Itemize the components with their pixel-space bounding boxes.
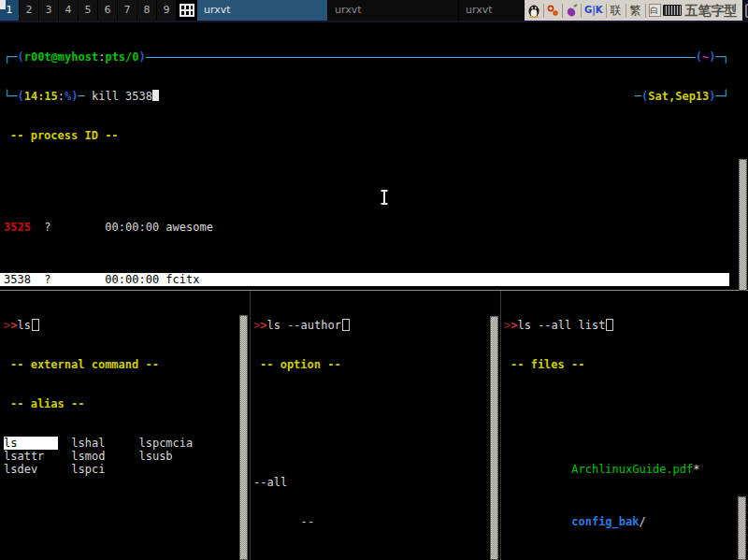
tray-window-icon[interactable]	[742, 0, 748, 21]
paren: )	[709, 50, 715, 64]
process-tty: ?	[44, 221, 105, 234]
completion-item: lspcmcia	[138, 437, 206, 450]
pane-prompt: >>ls --author	[253, 319, 492, 332]
prompt-line-2: └─(14:15:%)─ kill 3538─(Sat,Sep13)─┘	[4, 90, 729, 103]
workspace-tag-label: 3	[46, 4, 52, 16]
tasklist-entry[interactable]: urxvt	[197, 0, 328, 21]
workspace-tag[interactable]: 4	[59, 0, 79, 21]
paren: (	[17, 90, 23, 103]
file-name: config_bak	[571, 515, 639, 528]
system-tray: G|K 联 繁 白 五笔字型	[525, 0, 742, 21]
text-cursor-hollow	[606, 319, 613, 331]
paren: (	[17, 50, 23, 64]
section-header: -- alias --	[4, 397, 243, 410]
workspace-tag-label: 4	[65, 4, 72, 16]
cwd-path: ~	[702, 50, 709, 64]
tasklist-entry[interactable]: urxvt	[459, 0, 525, 21]
section-header: -- files --	[504, 358, 740, 371]
halfwidth-badge[interactable]: 白	[649, 4, 661, 17]
colon: :	[98, 50, 105, 64]
process-time: 00:00:00	[105, 273, 165, 286]
prompt-corner: ─┘	[716, 90, 729, 103]
tasklist-entry[interactable]: urxvt	[328, 0, 459, 21]
process-time: 00:00:00	[105, 221, 165, 234]
process-list-header: -- process ID --	[4, 129, 729, 142]
prompt-corner: └─	[4, 90, 17, 103]
option-desc: --	[253, 515, 492, 528]
window-title: urxvt	[204, 4, 231, 16]
tray-separator	[645, 4, 646, 18]
workspace-tag[interactable]: 7	[118, 0, 137, 21]
scrollbar-thumb[interactable]	[739, 159, 747, 291]
workspace-tag-label: 1	[7, 4, 13, 16]
tray-separator	[562, 4, 563, 18]
completion-item: lsmod	[71, 450, 138, 463]
prompt-rule	[146, 50, 696, 64]
process-pid: 3525	[4, 221, 37, 234]
process-cmd: fcitx	[165, 273, 199, 286]
terminal-pane-commands[interactable]: >>ls -- external command -- -- alias -- …	[0, 293, 243, 560]
association-badge[interactable]: 联	[610, 1, 623, 20]
terminal-pane-files[interactable]: >>ls --all list -- files -- ArchlinuxGui…	[502, 293, 740, 560]
paren: )	[139, 50, 146, 64]
workspace-tag-label: 9	[164, 4, 170, 16]
prompt-corner: ─┐	[716, 50, 729, 64]
file-type-suffix: /	[640, 515, 646, 528]
workspace-tag-label: 7	[124, 4, 131, 16]
scrollbar-thumb[interactable]	[738, 496, 746, 560]
input-method-name: 五笔字型	[683, 0, 740, 21]
clock: 14:15	[24, 90, 58, 103]
horizontal-divider	[0, 290, 748, 291]
workspace-tag[interactable]: 8	[137, 0, 157, 21]
text-cursor-block	[152, 90, 159, 101]
section-header: -- option --	[253, 358, 492, 371]
completion-item: lsusb	[138, 450, 206, 463]
workspace-tag[interactable]: 6	[98, 0, 118, 21]
paren: )	[709, 90, 715, 103]
prompt-corner: ┌─	[4, 50, 17, 64]
fcitx-penguin-icon[interactable]	[527, 3, 540, 18]
command-input[interactable]: kill 3538	[85, 90, 152, 103]
command-input[interactable]: ls --author	[266, 319, 340, 332]
punctuation-icon[interactable]	[547, 5, 559, 17]
command-input[interactable]: ls --all list	[517, 319, 605, 332]
tasklist: urxvt urxvt urxvt	[197, 0, 525, 21]
tile-layout-glyph	[180, 4, 194, 17]
window-title: urxvt	[466, 4, 493, 16]
option-name: --all	[253, 476, 492, 489]
user-host: r00t@myhost	[24, 50, 98, 64]
terminal-pane-options[interactable]: >>ls --author -- option -- --all -- --al…	[252, 293, 492, 560]
completion-item: lsdev	[4, 463, 71, 476]
corner-artifact	[0, 0, 6, 9]
process-pid: 3538	[4, 273, 37, 286]
taglist: 1 2 3 4 5 6 7 8 9	[0, 0, 177, 21]
completion-item: lspci	[71, 463, 138, 476]
scrollbar-thumb[interactable]	[490, 316, 498, 560]
fullwidth-gk-icon[interactable]: G|K	[584, 0, 603, 21]
paren: )	[71, 90, 78, 103]
workspace-tag[interactable]: 9	[157, 0, 177, 21]
paren: (	[696, 50, 702, 64]
main-terminal[interactable]: ┌─(r00t@myhost:pts/0)(~)─┐ └─(14:15:%)─ …	[4, 22, 729, 293]
workspace-tag[interactable]: 5	[79, 0, 98, 21]
vertical-divider	[250, 291, 251, 560]
command-input[interactable]: ls	[17, 319, 30, 332]
tray-separator	[543, 4, 544, 18]
layout-icon[interactable]	[177, 0, 197, 21]
wubi-eggplant-icon[interactable]	[566, 4, 578, 17]
option-item: --all --	[253, 450, 492, 554]
scrollbar-thumb[interactable]	[239, 315, 248, 560]
keyboard-icon[interactable]	[663, 5, 682, 16]
tray-separator	[626, 4, 626, 18]
traditional-badge[interactable]: 繁	[629, 1, 642, 20]
workspace-tag[interactable]: 3	[39, 0, 59, 21]
tray-separator	[606, 4, 607, 18]
workspace-tag-label: 8	[144, 4, 151, 16]
file-item: config_other/	[504, 554, 740, 560]
file-name: ArchlinuxGuide.pdf	[571, 463, 693, 476]
workspace-tag[interactable]: 2	[20, 0, 39, 21]
completion-item: lshal	[71, 437, 138, 450]
file-item: config_bak/	[504, 502, 740, 515]
prompt-tty: pts/0	[105, 50, 138, 64]
file-list: ArchlinuxGuide.pdf* config_bak/ config_o…	[504, 397, 740, 560]
